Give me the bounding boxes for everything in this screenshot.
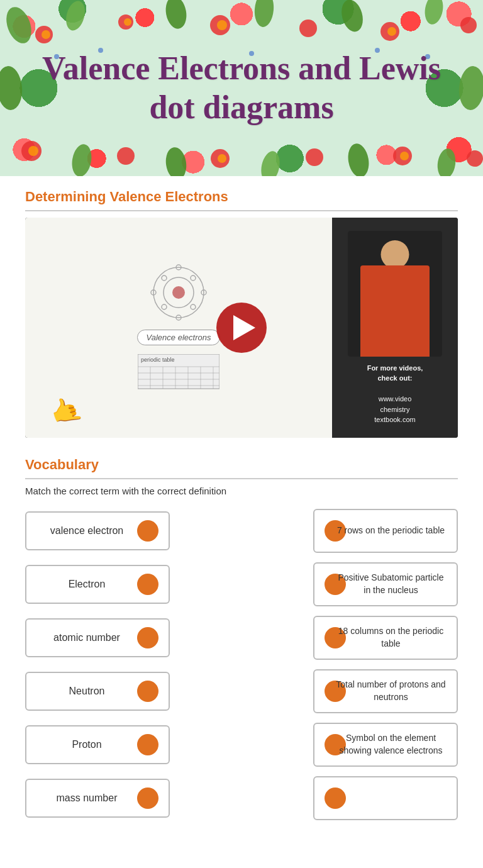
video-thumbnail: Valence electrons periodic table — [25, 218, 458, 438]
def-positive-subatomic[interactable]: Positive Subatomic particle in the nucle… — [313, 562, 458, 606]
play-button[interactable] — [216, 303, 267, 353]
person-body — [360, 265, 430, 357]
section2-title: Vocabulary — [25, 457, 458, 479]
vocab-instruction: Match the correct term with the correct … — [25, 486, 458, 496]
def-symbol-valence[interactable]: Symbol on the element showing valence el… — [313, 723, 458, 767]
term-text-1: valence electron — [36, 525, 137, 537]
term-text-2: Electron — [36, 579, 137, 590]
matching-row-1: valence electron 7 rows on the periodic … — [25, 509, 458, 553]
term-electron[interactable]: Electron — [25, 565, 170, 604]
def-text-2: Positive Subatomic particle in the nucle… — [335, 572, 447, 596]
term-text-6: mass number — [36, 793, 137, 804]
term-mass-number[interactable]: mass number — [25, 779, 170, 818]
term-text-4: Neutron — [36, 686, 137, 697]
play-icon — [233, 315, 255, 340]
term-proton[interactable]: Proton — [25, 725, 170, 764]
def-total-protons-neutrons[interactable]: Total number of protons and neutrons — [313, 669, 458, 713]
person-panel — [348, 231, 442, 357]
term-dot-5[interactable] — [137, 734, 158, 755]
term-atomic-number[interactable]: atomic number — [25, 618, 170, 657]
term-dot-6[interactable] — [137, 787, 158, 809]
vocabulary-section: Vocabulary Match the correct term with t… — [25, 457, 458, 820]
def-text-3: 18 columns on the periodic table — [335, 625, 447, 650]
def-text-5: Symbol on the element showing valence el… — [335, 732, 447, 757]
matching-row-3: atomic number 18 columns on the periodic… — [25, 616, 458, 660]
matching-row-2: Electron Positive Subatomic particle in … — [25, 562, 458, 606]
matching-container: valence electron 7 rows on the periodic … — [25, 509, 458, 820]
def-text-1: 7 rows on the periodic table — [335, 525, 447, 537]
def-dot-6[interactable] — [325, 787, 346, 809]
section1-title: Determining Valence Electrons — [25, 189, 458, 211]
def-text-4: Total number of protons and neutrons — [335, 679, 447, 703]
header-banner: Valence Electrons and Lewis dot diagrams — [0, 0, 483, 176]
matching-row-4: Neutron Total number of protons and neut… — [25, 669, 458, 713]
matching-row-5: Proton Symbol on the element showing val… — [25, 723, 458, 767]
term-dot-1[interactable] — [137, 520, 158, 542]
person-head — [381, 240, 409, 269]
video-player[interactable]: Valence electrons periodic table — [25, 218, 458, 438]
term-dot-3[interactable] — [137, 627, 158, 648]
main-content: Determining Valence Electrons — [0, 176, 483, 833]
term-dot-2[interactable] — [137, 574, 158, 595]
term-text-5: Proton — [36, 739, 137, 750]
def-empty[interactable] — [313, 776, 458, 820]
def-18columns[interactable]: 18 columns on the periodic table — [313, 616, 458, 660]
term-text-3: atomic number — [36, 632, 137, 643]
term-valence-electron[interactable]: valence electron — [25, 511, 170, 550]
term-neutron[interactable]: Neutron — [25, 672, 170, 711]
term-dot-4[interactable] — [137, 681, 158, 702]
def-7rows[interactable]: 7 rows on the periodic table — [313, 509, 458, 553]
page-title: Valence Electrons and Lewis dot diagrams — [0, 36, 483, 140]
matching-row-6: mass number — [25, 776, 458, 820]
